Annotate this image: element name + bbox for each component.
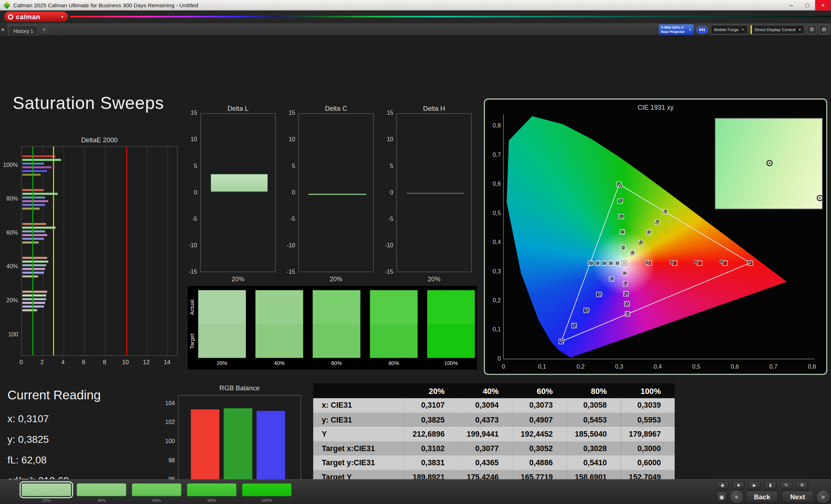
pattern-button-label: 80% bbox=[207, 498, 216, 503]
axis-tick-label: 0,8 bbox=[486, 122, 501, 129]
deltae-bar bbox=[22, 301, 46, 304]
deltae-bar bbox=[22, 230, 46, 233]
chart-title: RGB Balance bbox=[178, 385, 301, 392]
read-series-button[interactable]: ▶ bbox=[748, 481, 761, 490]
rgb-plot-area bbox=[178, 395, 301, 483]
delta-l-y-axis: 151050-5-10-15 bbox=[186, 113, 198, 272]
next-button[interactable]: Next bbox=[782, 491, 814, 503]
measured-point-cyan bbox=[602, 261, 607, 265]
meter-mode: Rear Projector bbox=[661, 30, 689, 34]
deltae-bar bbox=[22, 298, 47, 301]
swatch-label: 100% bbox=[427, 360, 475, 366]
measured-point-green bbox=[621, 245, 626, 250]
table-cell: 0,5953 bbox=[620, 412, 674, 427]
measured-point-yellow bbox=[639, 240, 643, 244]
reading-count-badge[interactable]: 691 bbox=[697, 26, 708, 33]
pattern-source-dropdown[interactable]: Mobile Forge ▼ bbox=[711, 25, 748, 34]
axis-tick-label: 0,6 bbox=[486, 181, 501, 187]
delta-line bbox=[407, 193, 464, 194]
deltae-bar bbox=[22, 309, 37, 312]
back-button[interactable]: Back bbox=[746, 491, 778, 503]
pattern-button-20%[interactable] bbox=[21, 483, 71, 497]
calman-menu-button[interactable]: calman ▼ bbox=[4, 12, 68, 22]
grid-line bbox=[42, 147, 43, 355]
target-swatch bbox=[427, 324, 475, 358]
measured-point-yellow bbox=[647, 230, 652, 234]
measured-point-cyan bbox=[596, 261, 600, 265]
refresh-button[interactable]: ↻ bbox=[780, 481, 793, 490]
pattern-button-60%[interactable] bbox=[132, 483, 182, 497]
axis-tick-label: 0 bbox=[381, 189, 393, 196]
table-cell: 0,3073 bbox=[512, 398, 566, 412]
history-expander-button[interactable]: ▶ bbox=[0, 23, 7, 36]
close-button[interactable]: × bbox=[815, 0, 831, 10]
chart-title: Delta L bbox=[200, 105, 276, 112]
minimize-button[interactable]: – bbox=[783, 0, 799, 10]
next-skip-icon[interactable]: » bbox=[817, 491, 829, 503]
measured-point-blue bbox=[598, 291, 602, 296]
axis-tick-label: 15 bbox=[381, 110, 393, 116]
deltae-bar bbox=[22, 333, 23, 337]
maximize-button[interactable]: □ bbox=[799, 0, 815, 10]
table-header-cell: 100% bbox=[620, 383, 674, 398]
table-cell: 0,3825 bbox=[404, 412, 458, 427]
table-cell: 0,5453 bbox=[566, 412, 620, 427]
axis-tick-label: 2 bbox=[34, 359, 50, 365]
measurement-table: 20%40%60%80%100%x: CIE310,31070,30940,30… bbox=[313, 383, 674, 484]
layout-icon[interactable]: ⊞ bbox=[819, 25, 829, 34]
chevron-down-icon: ▼ bbox=[61, 15, 64, 18]
pattern-button-40%[interactable] bbox=[76, 483, 127, 497]
table-header-cell: 20% bbox=[404, 383, 458, 398]
add-tab-button[interactable]: + bbox=[40, 25, 48, 33]
delta-bar bbox=[211, 174, 268, 192]
table-cell: 0,5410 bbox=[566, 455, 620, 470]
axis-tick-label: 10 bbox=[381, 136, 393, 143]
chart-title: DeltaE 2000 bbox=[21, 136, 177, 144]
brand-bar: calman ▼ bbox=[0, 10, 831, 23]
pattern-button-100%[interactable] bbox=[242, 483, 292, 497]
stop-button[interactable]: ■ bbox=[732, 481, 745, 490]
measured-point-red bbox=[720, 260, 724, 264]
tab-history-1[interactable]: History 1 bbox=[8, 25, 38, 35]
reading-x: x: 0,3107 bbox=[7, 413, 101, 425]
inset-measured-marker bbox=[766, 160, 773, 167]
measured-point-magenta bbox=[624, 281, 628, 285]
grid-line bbox=[105, 147, 105, 355]
deltae-bar bbox=[22, 260, 49, 263]
saturation-swatch-60%: 60% bbox=[313, 290, 361, 366]
pause-button[interactable]: ▮ bbox=[764, 481, 777, 490]
axis-tick-label: -10 bbox=[282, 242, 295, 248]
axis-tick-label: 14 bbox=[159, 359, 175, 365]
settings-button[interactable]: ⚙ bbox=[796, 481, 808, 490]
read-continuous-button[interactable]: ◉ bbox=[716, 481, 729, 490]
delta-c-chart: Delta C 151050-5-10-15 20% bbox=[298, 105, 374, 112]
pattern-window-icon[interactable]: ▣ bbox=[716, 491, 727, 502]
table-cell: 0,3000 bbox=[620, 441, 674, 455]
app-window: Calman 2025 Calman Ultimate for Business… bbox=[0, 0, 831, 504]
meter-select-button[interactable]: X-Rite i1Pro 3 Rear Projector ▼ bbox=[659, 24, 694, 35]
axis-tick-label: 15 bbox=[282, 110, 295, 116]
deltae-bar bbox=[22, 155, 56, 158]
back-skip-icon[interactable]: « bbox=[731, 491, 743, 503]
deltae-y-axis: 100%80%60%40%20%100 bbox=[3, 146, 19, 356]
app-scale-layer: Calman 2025 Calman Ultimate for Business… bbox=[0, 0, 831, 504]
axis-tick-label: 0 bbox=[282, 189, 295, 196]
axis-tick-label: -15 bbox=[184, 268, 197, 275]
display-control-dropdown[interactable]: Direct Display Control ▼ bbox=[750, 25, 805, 34]
axis-tick-label: 0,3 bbox=[611, 363, 628, 370]
axis-tick-label: -15 bbox=[282, 268, 295, 275]
reading-y: y: 0,3825 bbox=[7, 434, 101, 445]
deltae-bar bbox=[22, 256, 48, 260]
table-row-label: y: CIE31 bbox=[313, 412, 404, 427]
calman-logo-icon bbox=[8, 14, 13, 20]
deltae-bar bbox=[22, 166, 52, 169]
gear-icon[interactable]: ⚙ bbox=[807, 25, 817, 34]
deltae-bar bbox=[22, 222, 47, 226]
table-row: Target x:CIE310,31020,30770,30520,30280,… bbox=[313, 441, 674, 455]
swatch-label: 40% bbox=[255, 360, 303, 366]
deltae-bar bbox=[22, 294, 47, 297]
target-swatch bbox=[370, 324, 418, 358]
bottom-bar: ◉ 20%40%60%80%100% ◉■▶▮↻⚙ ▣ « Back Next … bbox=[0, 479, 831, 504]
actual-row-label: Actual bbox=[189, 290, 196, 324]
pattern-button-80%[interactable] bbox=[187, 483, 237, 497]
